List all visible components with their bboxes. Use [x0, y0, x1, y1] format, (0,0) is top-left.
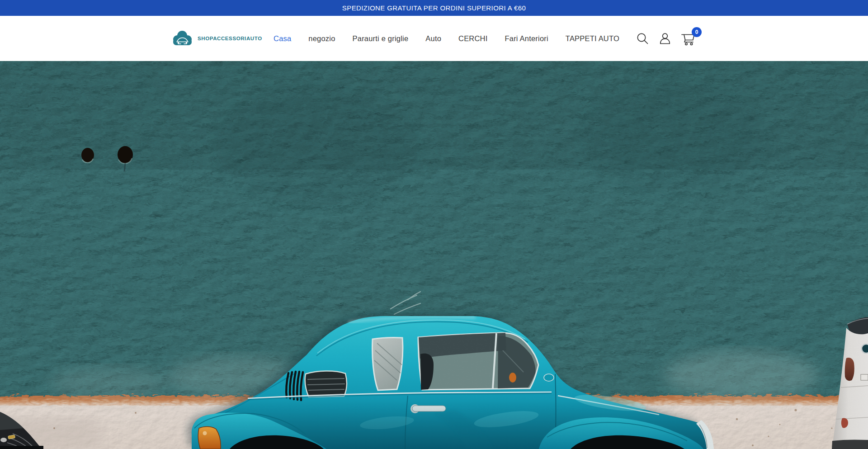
- nav-item-fari-anteriori[interactable]: Fari Anteriori: [505, 34, 548, 43]
- grain-overlay: [0, 61, 868, 449]
- nav-item-casa[interactable]: Casa: [274, 34, 291, 43]
- header-container: SHOPACCESSORIAUTO Casa negozio Paraurti …: [172, 30, 696, 47]
- hero-section: [0, 61, 868, 449]
- promo-banner-text: SPEDIZIONE GRATUITA PER ORDINI SUPERIORI…: [342, 4, 526, 12]
- nav-item-auto[interactable]: Auto: [425, 34, 441, 43]
- site-header: SHOPACCESSORIAUTO Casa negozio Paraurti …: [0, 16, 868, 61]
- cart-button[interactable]: 0: [681, 31, 696, 46]
- main-nav: Casa negozio Paraurti e griglie Auto CER…: [274, 34, 619, 43]
- logo-text: SHOPACCESSORIAUTO: [198, 36, 262, 41]
- cart-count-badge: 0: [692, 27, 702, 37]
- nav-item-negozio[interactable]: negozio: [308, 34, 335, 43]
- nav-item-tappeti-auto[interactable]: TAPPETI AUTO: [566, 34, 619, 43]
- account-button[interactable]: [658, 32, 672, 45]
- hero-photo: [0, 61, 868, 449]
- logo[interactable]: SHOPACCESSORIAUTO: [172, 30, 262, 47]
- nav-item-cerchi[interactable]: CERCHI: [458, 34, 487, 43]
- search-icon: [636, 32, 649, 45]
- logo-car-icon: [172, 30, 193, 47]
- header-actions: 0: [636, 31, 696, 46]
- nav-item-paraurti-e-griglie[interactable]: Paraurti e griglie: [353, 34, 409, 43]
- promo-banner: SPEDIZIONE GRATUITA PER ORDINI SUPERIORI…: [0, 0, 868, 16]
- account-icon: [658, 32, 672, 45]
- search-button[interactable]: [636, 32, 649, 45]
